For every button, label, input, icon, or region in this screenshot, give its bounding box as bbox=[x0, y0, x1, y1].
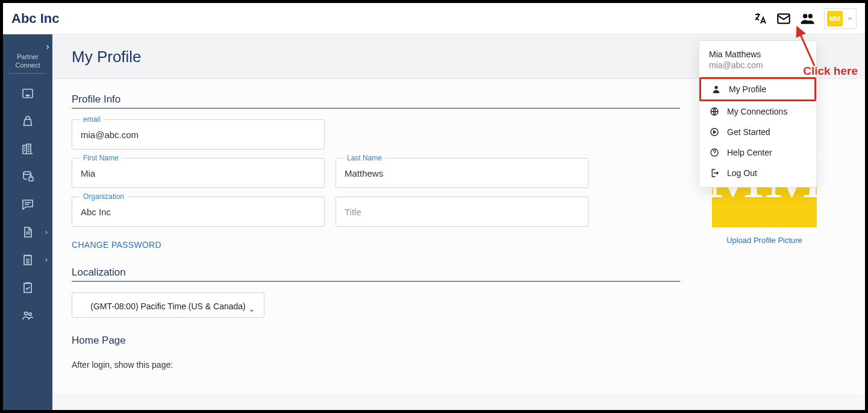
last-name-value: Matthews bbox=[345, 168, 383, 178]
menu-item-label: My Connections bbox=[727, 107, 787, 116]
organization-value: Abc Inc bbox=[81, 207, 111, 217]
notepad-icon bbox=[20, 253, 35, 267]
upload-picture-link[interactable]: Upload Profile Picture bbox=[726, 236, 802, 245]
nav-inbox[interactable] bbox=[3, 80, 52, 107]
change-password-link[interactable]: CHANGE PASSWORD bbox=[72, 240, 161, 250]
play-circle-icon bbox=[709, 127, 720, 137]
avatar: MM bbox=[827, 11, 843, 27]
organization-field[interactable]: Organization Abc Inc bbox=[72, 197, 325, 227]
nav-tasks[interactable] bbox=[3, 274, 52, 301]
svg-point-9 bbox=[29, 313, 31, 315]
menu-user-name: Mia Matthews bbox=[709, 49, 807, 59]
email-field[interactable]: email mia@abc.com bbox=[72, 119, 325, 150]
document-icon bbox=[20, 225, 35, 239]
sidebar-title: PartnerConnect bbox=[16, 52, 40, 69]
team-icon bbox=[20, 308, 35, 323]
svg-rect-5 bbox=[29, 177, 33, 181]
menu-log-out[interactable]: Log Out bbox=[699, 163, 816, 183]
chevron-up-icon bbox=[846, 15, 854, 22]
lock-bag-icon bbox=[20, 114, 35, 128]
chevron-right-icon: › bbox=[45, 228, 48, 236]
svg-rect-7 bbox=[24, 283, 31, 292]
nav-data[interactable] bbox=[3, 163, 52, 191]
menu-item-label: Log Out bbox=[727, 168, 757, 178]
nav-notes[interactable]: › bbox=[3, 246, 52, 274]
logout-icon bbox=[709, 168, 720, 178]
nav-security[interactable] bbox=[3, 107, 52, 135]
menu-my-connections[interactable]: My Connections bbox=[699, 101, 816, 122]
menu-item-label: Get Started bbox=[727, 127, 770, 137]
first-name-field[interactable]: First Name Mia bbox=[72, 158, 325, 188]
globe-icon bbox=[709, 106, 720, 117]
first-name-label: First Name bbox=[80, 154, 122, 162]
menu-user-email: mia@abc.com bbox=[709, 60, 807, 70]
home-page-text: After login, show this page: bbox=[72, 360, 680, 370]
chat-icon bbox=[20, 197, 35, 212]
inbox-icon bbox=[20, 86, 35, 101]
timezone-select[interactable]: (GMT-08:00) Pacific Time (US & Canada) ⌄ bbox=[72, 292, 264, 318]
last-name-field[interactable]: Last Name Matthews bbox=[336, 158, 589, 188]
menu-item-label: Help Center bbox=[727, 148, 772, 157]
svg-point-2 bbox=[808, 13, 813, 17]
sidebar: ›› PartnerConnect › › bbox=[3, 34, 52, 410]
section-profile-info: Profile Info bbox=[72, 93, 680, 109]
email-value: mia@abc.com bbox=[81, 130, 139, 140]
menu-item-label: My Profile bbox=[729, 84, 766, 94]
svg-point-10 bbox=[714, 86, 717, 89]
brand-name: Abc Inc bbox=[11, 11, 59, 27]
first-name-value: Mia bbox=[81, 168, 95, 178]
svg-point-8 bbox=[25, 312, 28, 315]
buildings-icon bbox=[20, 142, 35, 156]
help-icon bbox=[709, 147, 720, 158]
profile-menu-trigger[interactable]: MM bbox=[824, 8, 857, 29]
email-label: email bbox=[80, 115, 104, 124]
nav-messages[interactable] bbox=[3, 191, 52, 218]
sidebar-collapse-icon[interactable]: ›› bbox=[40, 39, 52, 52]
nav-buildings[interactable] bbox=[3, 135, 52, 163]
menu-help-center[interactable]: Help Center bbox=[699, 142, 816, 163]
clipboard-check-icon bbox=[20, 280, 35, 295]
section-home-page: Home Page bbox=[72, 335, 680, 349]
title-field[interactable]: Title bbox=[336, 197, 589, 227]
mail-icon[interactable] bbox=[776, 11, 792, 27]
organization-label: Organization bbox=[80, 192, 128, 201]
last-name-label: Last Name bbox=[343, 154, 386, 162]
section-localization: Localization bbox=[72, 266, 680, 282]
people-icon[interactable] bbox=[800, 11, 816, 27]
callout-text: Click here bbox=[803, 65, 858, 78]
svg-point-4 bbox=[23, 172, 31, 175]
nav-documents[interactable]: › bbox=[3, 218, 52, 246]
menu-get-started[interactable]: Get Started bbox=[699, 122, 816, 142]
app-header: Abc Inc MM bbox=[3, 3, 865, 34]
chevron-right-icon: › bbox=[45, 256, 48, 264]
person-icon bbox=[711, 84, 722, 95]
timezone-value: (GMT-08:00) Pacific Time (US & Canada) bbox=[90, 301, 246, 311]
database-lock-icon bbox=[20, 169, 35, 184]
svg-point-1 bbox=[803, 13, 807, 17]
nav-team[interactable] bbox=[3, 301, 52, 329]
translate-icon[interactable] bbox=[753, 11, 767, 26]
title-placeholder: Title bbox=[345, 207, 361, 217]
menu-my-profile[interactable]: My Profile bbox=[699, 77, 816, 101]
chevron-down-icon: ⌄ bbox=[248, 304, 255, 314]
